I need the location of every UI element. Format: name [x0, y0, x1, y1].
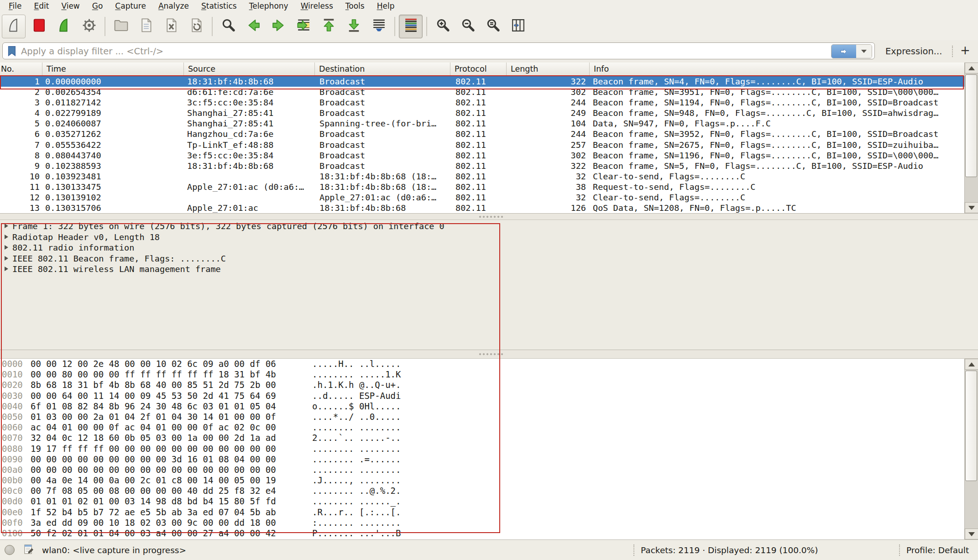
hex-row[interactable]: 00f0 3a ed dd 09 00 10 18 02 03 00 9c 00… — [0, 518, 964, 528]
splitter-handle[interactable] — [479, 216, 503, 218]
resize-columns-button[interactable] — [506, 15, 530, 38]
scrollbar-thumb[interactable] — [965, 371, 977, 481]
menu-item[interactable]: Telephony — [243, 0, 295, 12]
column-header-protocol[interactable]: Protocol — [450, 63, 507, 76]
hex-row[interactable]: 0060 ac 04 01 00 00 0f ac 04 01 00 00 0f… — [0, 422, 964, 433]
zoom-reset-button[interactable] — [481, 15, 505, 38]
packet-row[interactable]: 2 0.002654354 d6:61:fe:cd:7a:6e Broadcas… — [0, 87, 964, 97]
menu-item[interactable]: Capture — [109, 0, 152, 12]
profile-text[interactable]: Profile: Default — [906, 540, 969, 560]
hex-row[interactable]: 0030 00 00 64 00 11 14 00 09 45 53 50 2d… — [0, 391, 964, 401]
detail-tree-line[interactable]: 802.11 radio information — [0, 242, 978, 253]
hex-row[interactable]: 00a0 00 00 00 00 00 00 00 00 00 00 00 00… — [0, 465, 964, 475]
splitter-handle[interactable] — [479, 353, 503, 355]
packet-row[interactable]: 12 0.130139102 Apple_27:01:ac (d0:a6:… 8… — [0, 192, 964, 203]
menu-item[interactable]: Wireless — [295, 0, 340, 12]
close-file-button[interactable] — [159, 15, 183, 38]
pane-splitter-bottom[interactable] — [0, 350, 978, 359]
display-filter-input-area[interactable] — [2, 42, 875, 59]
hex-row[interactable]: 0020 8b 68 18 31 bf 4b 8b 68 40 00 85 51… — [0, 380, 964, 390]
save-file-button[interactable] — [134, 15, 158, 38]
hex-row[interactable]: 0090 00 00 00 00 00 00 00 00 00 3d 16 01… — [0, 454, 964, 465]
find-packet-button[interactable] — [216, 15, 240, 38]
packet-row[interactable]: 7 0.055536422 Tp-LinkT_ef:48:88 Broadcas… — [0, 140, 964, 150]
pane-splitter-top[interactable] — [0, 213, 978, 220]
scroll-down-button[interactable] — [965, 529, 978, 539]
filter-history-dropdown[interactable] — [856, 45, 872, 58]
column-header-length[interactable]: Length — [507, 63, 590, 76]
expander-triangle-icon[interactable] — [5, 267, 8, 271]
column-header-source[interactable]: Source — [184, 63, 315, 76]
menu-item[interactable]: Statistics — [195, 0, 243, 12]
go-last-packet-button[interactable] — [342, 15, 366, 38]
detail-tree-line[interactable]: Frame 1: 322 bytes on wire (2576 bits), … — [0, 221, 978, 232]
start-capture-button[interactable] — [2, 15, 26, 38]
expander-triangle-icon[interactable] — [5, 245, 8, 250]
hex-row[interactable]: 00c0 00 7f 08 05 00 08 00 00 00 00 40 dd… — [0, 486, 964, 496]
go-forward-button[interactable] — [267, 15, 290, 38]
packet-row[interactable]: 6 0.035271262 Hangzhou_cd:7a:6e Broadcas… — [0, 129, 964, 139]
menu-item[interactable]: Tools — [340, 0, 371, 12]
zoom-in-button[interactable] — [431, 15, 455, 38]
hex-row[interactable]: 0040 6f 01 08 82 84 8b 96 24 30 48 6c 03… — [0, 401, 964, 412]
column-header-info[interactable]: Info — [590, 63, 964, 76]
packet-row[interactable]: 4 0.022799189 Shanghai_27:85:41 Broadcas… — [0, 108, 964, 118]
menu-item[interactable]: View — [55, 0, 86, 12]
menu-item[interactable]: Analyze — [152, 0, 195, 12]
packet-row[interactable]: 8 0.080443740 3e:f5:cc:0e:35:84 Broadcas… — [0, 150, 964, 161]
hex-row[interactable]: 00d0 01 01 01 02 01 00 03 14 98 d8 bd b4… — [0, 496, 964, 507]
auto-scroll-button[interactable] — [367, 15, 391, 38]
menu-item[interactable]: Go — [86, 0, 110, 12]
detail-tree-line[interactable]: IEEE 802.11 wireless LAN management fram… — [0, 264, 978, 275]
hex-row[interactable]: 0010 00 00 80 00 00 00 ff ff ff ff ff ff… — [0, 369, 964, 380]
go-first-packet-button[interactable] — [317, 15, 340, 38]
zoom-out-button[interactable] — [456, 15, 480, 38]
bytes-pane-scrollbar[interactable] — [964, 359, 978, 539]
scroll-down-button[interactable] — [965, 202, 978, 213]
hex-row[interactable]: 0000 00 00 12 00 2e 48 00 00 10 02 6c 09… — [0, 359, 964, 369]
colorize-button[interactable] — [399, 15, 423, 38]
scroll-up-button[interactable] — [965, 359, 978, 370]
expert-info-icon[interactable] — [5, 545, 15, 555]
scroll-up-button[interactable] — [965, 63, 978, 73]
scrollbar-thumb[interactable] — [965, 74, 977, 177]
packet-row[interactable]: 9 0.102388593 18:31:bf:4b:8b:68 Broadcas… — [0, 161, 964, 171]
expander-triangle-icon[interactable] — [5, 235, 8, 239]
restart-capture-button[interactable] — [52, 15, 76, 38]
menu-item[interactable]: Edit — [28, 0, 55, 12]
reload-file-button[interactable] — [184, 15, 208, 38]
hex-row[interactable]: 0080 19 17 ff ff ff 00 00 00 00 00 00 00… — [0, 444, 964, 454]
capture-options-button[interactable] — [77, 15, 101, 38]
open-file-button[interactable] — [109, 15, 133, 38]
expander-triangle-icon[interactable] — [5, 224, 8, 228]
packet-row[interactable]: 11 0.130133475 Apple_27:01:ac (d0:a6:… 1… — [0, 182, 964, 192]
stop-capture-button[interactable] — [27, 15, 51, 38]
hex-row[interactable]: 0050 01 03 00 00 2a 01 04 2f 01 04 30 14… — [0, 412, 964, 422]
display-filter-input[interactable] — [20, 44, 793, 59]
add-filter-button[interactable]: + — [960, 39, 970, 61]
packet-row[interactable]: 3 0.011827142 3c:f5:cc:0e:35:84 Broadcas… — [0, 97, 964, 108]
go-to-packet-button[interactable] — [292, 15, 315, 38]
expression-button[interactable]: Expression... — [885, 40, 942, 62]
column-header-destination[interactable]: Destination — [315, 63, 450, 76]
capture-comment-icon[interactable] — [23, 544, 35, 558]
packet-row[interactable]: 1 0.000000000 18:31:bf:4b:8b:68 Broadcas… — [0, 76, 964, 87]
apply-filter-button[interactable] — [832, 45, 856, 58]
detail-tree-line[interactable]: IEEE 802.11 Beacon frame, Flags: .......… — [0, 253, 978, 264]
packet-list-scrollbar[interactable] — [964, 63, 978, 213]
hex-row[interactable]: 00e0 1f 52 b4 b5 b7 72 ae e5 5b ab 3a ed… — [0, 507, 964, 518]
detail-tree-line[interactable]: Radiotap Header v0, Length 18 — [0, 232, 978, 243]
hex-row[interactable]: 0100 50 f2 02 01 01 84 00 03 a4 00 00 27… — [0, 528, 964, 539]
column-header-no[interactable]: No. — [0, 63, 42, 76]
packet-row[interactable]: 5 0.024060087 Shanghai_27:85:41 Spanning… — [0, 118, 964, 129]
hex-row[interactable]: 00b0 00 4a 0e 14 00 0a 00 2c 01 c8 00 14… — [0, 475, 964, 486]
column-header-time[interactable]: Time — [42, 63, 184, 76]
packet-row[interactable]: 13 0.130315706 Apple_27:01:ac 18:31:bf:4… — [0, 203, 964, 213]
menu-item[interactable]: File — [3, 0, 28, 12]
menu-item[interactable]: Help — [371, 0, 401, 12]
expander-triangle-icon[interactable] — [5, 256, 8, 261]
bookmark-icon[interactable] — [7, 46, 17, 59]
hex-row[interactable]: 0070 32 04 0c 12 18 60 0b 05 03 00 1a 00… — [0, 433, 964, 443]
packet-row[interactable]: 10 0.103923481 18:31:bf:4b:8b:68 (18:… 8… — [0, 171, 964, 182]
go-back-button[interactable] — [241, 15, 265, 38]
